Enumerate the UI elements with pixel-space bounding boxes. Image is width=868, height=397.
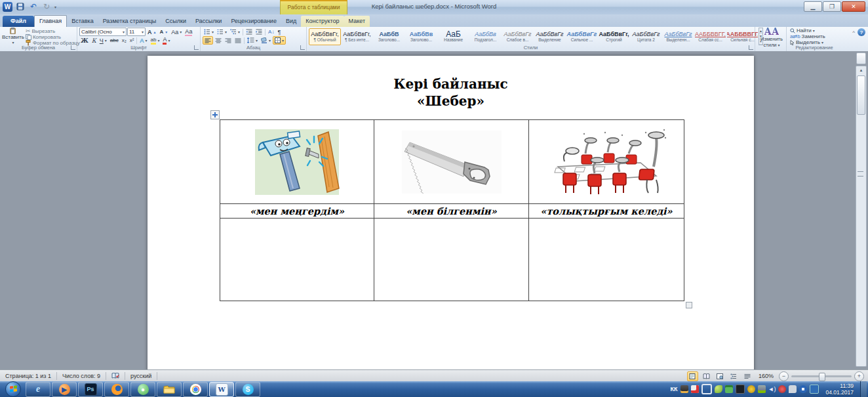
- restore-button[interactable]: ❐: [823, 1, 841, 12]
- volume-icon[interactable]: ◄): [768, 386, 776, 392]
- show-marks-button[interactable]: ¶: [276, 28, 282, 36]
- font-size-combo[interactable]: 11 ▾: [127, 28, 146, 36]
- change-styles-button[interactable]: АА Изменить стили▾: [757, 28, 786, 45]
- style-heading2[interactable]: АаБбВвЗаголово...: [405, 28, 437, 45]
- style-subtitle[interactable]: АаБбВвПодзагол...: [469, 28, 502, 45]
- shading-button[interactable]: ▾: [260, 37, 272, 45]
- paste-dropdown-arrow-icon[interactable]: ▾: [12, 40, 14, 45]
- decrease-indent-button[interactable]: [245, 28, 254, 36]
- tray-update-icon[interactable]: [778, 385, 786, 393]
- tab-insert[interactable]: Вставка: [67, 16, 98, 27]
- paste-button[interactable]: Вставить ▾: [2, 28, 24, 45]
- zoom-slider-thumb[interactable]: [819, 373, 825, 381]
- table-caption-3[interactable]: «толықтырғым келеді»: [529, 204, 684, 219]
- taskbar-media-player[interactable]: ▶: [52, 382, 77, 397]
- zoom-slider[interactable]: [791, 375, 852, 377]
- style-emphasis[interactable]: АаБбВвГгВыделение: [534, 28, 566, 45]
- scroll-up-icon[interactable]: ▲: [856, 66, 866, 74]
- style-subtle-emphasis[interactable]: АаБбВвГгСлабое в...: [502, 28, 534, 45]
- word-count[interactable]: Число слов: 9: [57, 372, 106, 380]
- table-caption-2[interactable]: «мен білгенмін»: [374, 204, 529, 219]
- view-print-layout-button[interactable]: [687, 371, 698, 381]
- view-fullscreen-reading-button[interactable]: [701, 371, 712, 381]
- taskbar-explorer[interactable]: [157, 382, 182, 397]
- style-normal[interactable]: АаБбВвГг,¶ Обычный: [309, 28, 341, 45]
- font-name-combo[interactable]: Calibri (Осно ▾: [79, 28, 127, 36]
- taskbar-messenger[interactable]: ●: [130, 382, 155, 397]
- view-outline-button[interactable]: [728, 371, 740, 381]
- tray-leaf-icon[interactable]: [715, 385, 722, 393]
- clipboard-dialog-launcher-icon[interactable]: [71, 45, 75, 50]
- vertical-scrollbar[interactable]: ▲: [856, 66, 867, 367]
- italic-button[interactable]: К: [90, 37, 98, 45]
- tray-calendar-icon[interactable]: [725, 385, 733, 393]
- multilevel-list-button[interactable]: ▾: [229, 28, 241, 36]
- copy-button[interactable]: Копировать: [24, 34, 81, 40]
- highlight-color-button[interactable]: ab▾: [149, 37, 161, 45]
- taskbar-word[interactable]: W: [209, 382, 234, 397]
- document-page[interactable]: Кері байланыс «Шебер»: [148, 56, 754, 369]
- language-indicator[interactable]: русский: [125, 372, 157, 380]
- close-button[interactable]: ✕: [842, 1, 865, 12]
- tray-chart-icon[interactable]: [681, 385, 688, 393]
- taskbar-skype[interactable]: S: [235, 382, 260, 397]
- table-resize-handle[interactable]: [686, 302, 692, 308]
- tray-sync-icon[interactable]: [701, 384, 712, 394]
- taskbar-firefox[interactable]: [104, 382, 129, 397]
- increase-indent-button[interactable]: [254, 28, 264, 36]
- taskbar-chrome[interactable]: [183, 382, 208, 397]
- document-table[interactable]: «мен меңгердім» «мен білгенмін» «толықты…: [220, 119, 684, 301]
- tray-display-icon[interactable]: [736, 385, 745, 394]
- tray-teamviewer-icon[interactable]: [799, 385, 807, 393]
- collapse-ribbon-icon[interactable]: ^: [852, 30, 855, 35]
- grow-font-button[interactable]: А▲: [146, 28, 157, 36]
- tray-battery-icon[interactable]: [758, 385, 766, 393]
- bullets-button[interactable]: ▾: [203, 28, 215, 36]
- align-center-button[interactable]: [214, 37, 223, 45]
- ruler-toggle-icon[interactable]: [856, 52, 866, 64]
- line-spacing-button[interactable]: ▾: [246, 37, 259, 45]
- scrollbar-thumb[interactable]: [857, 75, 865, 115]
- zoom-level[interactable]: 160%: [759, 373, 774, 379]
- table-caption-1[interactable]: «мен меңгердім»: [220, 204, 374, 219]
- tray-antivirus-icon[interactable]: [747, 385, 755, 393]
- start-button[interactable]: [5, 381, 21, 397]
- tray-network-icon[interactable]: [810, 385, 819, 394]
- clear-formatting-button[interactable]: Аа: [184, 28, 193, 36]
- style-title[interactable]: АаБНазвание: [437, 28, 469, 45]
- align-right-button[interactable]: [224, 37, 233, 45]
- tab-view[interactable]: Вид: [281, 16, 301, 27]
- show-desktop-button[interactable]: [860, 381, 867, 397]
- zoom-in-button[interactable]: +: [854, 371, 864, 381]
- replace-button[interactable]: a⇄b Заменить: [789, 33, 840, 39]
- view-draft-button[interactable]: [742, 371, 753, 381]
- tab-references[interactable]: Ссылки: [161, 16, 191, 27]
- zoom-out-button[interactable]: −: [779, 371, 789, 381]
- table-empty-cell-3[interactable]: [529, 219, 684, 301]
- style-heading1[interactable]: АаБбВЗаголово...: [373, 28, 405, 45]
- table-cell-hammer[interactable]: [220, 120, 374, 204]
- clock[interactable]: 11:39 04.01.2017: [821, 383, 858, 396]
- style-intense-quote[interactable]: АаБбВвГгВыделенн...: [662, 28, 694, 45]
- borders-button[interactable]: ▾: [273, 36, 286, 45]
- justify-button[interactable]: [233, 37, 243, 45]
- style-intense-emphasis[interactable]: АаБбВвГгСильное ...: [566, 28, 598, 45]
- font-dialog-launcher-icon[interactable]: [194, 45, 199, 50]
- find-button[interactable]: Найти ▾: [789, 28, 840, 33]
- tray-language-indicator[interactable]: КК: [671, 386, 678, 392]
- styles-dialog-launcher-icon[interactable]: [749, 45, 753, 50]
- table-empty-cell-1[interactable]: [220, 219, 374, 301]
- cut-button[interactable]: ✂ Вырезать: [24, 28, 81, 34]
- page-indicator[interactable]: Страница: 1 из 1: [0, 372, 57, 380]
- change-case-button[interactable]: Аа▾: [170, 28, 183, 36]
- tab-file[interactable]: Файл: [3, 16, 34, 27]
- table-cell-nails-meeting[interactable]: [529, 120, 684, 204]
- help-icon[interactable]: ?: [858, 28, 865, 36]
- text-effects-button[interactable]: А▾: [138, 37, 148, 45]
- taskbar-internet-explorer[interactable]: e: [26, 382, 50, 397]
- sort-button[interactable]: А↓: [267, 28, 275, 36]
- underline-button[interactable]: Ч▾: [98, 37, 108, 45]
- spellcheck-indicator[interactable]: [106, 372, 125, 380]
- style-no-spacing[interactable]: АаБбВвГг,¶ Без инте...: [341, 28, 373, 45]
- strikethrough-button[interactable]: abc: [109, 37, 120, 45]
